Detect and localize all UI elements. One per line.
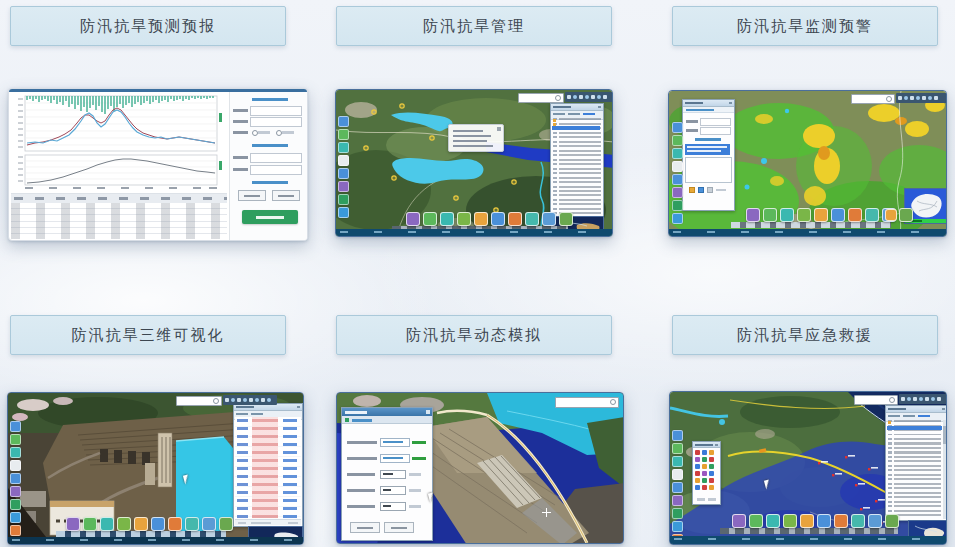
tool-icon[interactable] bbox=[672, 161, 683, 172]
function-icon[interactable] bbox=[423, 212, 437, 226]
tool-icon[interactable] bbox=[672, 482, 683, 493]
tool-icon[interactable] bbox=[672, 122, 683, 133]
function-icon[interactable] bbox=[766, 514, 780, 528]
tool-icon[interactable] bbox=[672, 469, 683, 480]
tool-icon[interactable] bbox=[338, 142, 349, 153]
section-title-3d[interactable]: 防汛抗旱三维可视化 bbox=[10, 315, 286, 355]
function-icon[interactable] bbox=[457, 212, 471, 226]
tool-icon[interactable] bbox=[10, 434, 21, 445]
rescue-screenshot[interactable] bbox=[669, 391, 947, 545]
tool-icon[interactable] bbox=[672, 521, 683, 532]
legend-button[interactable] bbox=[689, 187, 695, 193]
symbol-icon[interactable] bbox=[709, 485, 714, 490]
tool-icon[interactable] bbox=[672, 187, 683, 198]
function-icon[interactable] bbox=[763, 208, 777, 222]
tool-icon[interactable] bbox=[10, 473, 21, 484]
extra-function-icon[interactable] bbox=[885, 209, 897, 221]
tool-icon[interactable] bbox=[672, 430, 683, 441]
legend-button[interactable] bbox=[698, 187, 704, 193]
breach-width-input[interactable] bbox=[380, 470, 406, 479]
run-forecast-button[interactable] bbox=[242, 210, 298, 224]
function-icon[interactable] bbox=[831, 208, 845, 222]
tool-icon[interactable] bbox=[338, 207, 349, 218]
function-icon[interactable] bbox=[202, 517, 216, 531]
panel-titlebar[interactable] bbox=[886, 406, 947, 413]
palette-titlebar[interactable] bbox=[693, 442, 720, 448]
tool-icon[interactable] bbox=[10, 512, 21, 523]
function-icon[interactable] bbox=[185, 517, 199, 531]
layer-tree[interactable] bbox=[886, 419, 943, 520]
duration-input[interactable] bbox=[380, 502, 406, 511]
visualization-screenshot[interactable] bbox=[7, 392, 304, 545]
tool-icon[interactable] bbox=[672, 508, 683, 519]
symbol-icon[interactable] bbox=[709, 464, 714, 469]
breach-flow-input[interactable] bbox=[380, 486, 406, 495]
map-search-input[interactable] bbox=[518, 93, 564, 103]
tool-icon[interactable] bbox=[672, 135, 683, 146]
toolbar-icon[interactable] bbox=[913, 397, 917, 401]
function-icon[interactable] bbox=[406, 212, 420, 226]
toolbar-icon[interactable] bbox=[231, 398, 235, 402]
section-title-simulation[interactable]: 防汛抗旱动态模拟 bbox=[336, 315, 612, 355]
query-link[interactable] bbox=[695, 138, 721, 141]
section-title-management[interactable]: 防汛抗旱管理 bbox=[336, 6, 612, 46]
toolbar-icon[interactable] bbox=[916, 96, 920, 100]
function-icon[interactable] bbox=[83, 517, 97, 531]
done-link[interactable] bbox=[412, 457, 426, 460]
tree-scrollbar[interactable] bbox=[943, 420, 946, 519]
toolbar-icon[interactable] bbox=[261, 398, 265, 402]
symbol-icon[interactable] bbox=[709, 471, 714, 476]
tool-icon[interactable] bbox=[338, 194, 349, 205]
function-icon[interactable] bbox=[865, 208, 879, 222]
tool-icon[interactable] bbox=[672, 200, 683, 211]
toolbar-icon[interactable] bbox=[237, 398, 241, 402]
panel-titlebar[interactable] bbox=[234, 404, 302, 411]
function-icon[interactable] bbox=[797, 208, 811, 222]
section-title-rescue[interactable]: 防汛抗旱应急救援 bbox=[672, 315, 938, 355]
tool-icon[interactable] bbox=[338, 181, 349, 192]
tool-icon[interactable] bbox=[672, 213, 683, 224]
function-icon[interactable] bbox=[151, 517, 165, 531]
toolbar-icon[interactable] bbox=[901, 397, 905, 401]
end-time-input[interactable] bbox=[250, 165, 302, 175]
toolbar-icon[interactable] bbox=[267, 398, 271, 402]
function-icon[interactable] bbox=[542, 212, 556, 226]
table-body-rows[interactable] bbox=[11, 203, 227, 239]
toolbar-icon[interactable] bbox=[573, 95, 577, 99]
symbol-icon[interactable] bbox=[702, 450, 707, 455]
function-icon[interactable] bbox=[817, 514, 831, 528]
end-date-input[interactable] bbox=[700, 127, 731, 135]
symbol-icon[interactable] bbox=[695, 457, 700, 462]
function-icon[interactable] bbox=[848, 208, 862, 222]
toolbar-icon[interactable] bbox=[934, 96, 938, 100]
symbol-icon[interactable] bbox=[695, 464, 700, 469]
symbol-icon[interactable] bbox=[702, 471, 707, 476]
tool-icon[interactable] bbox=[672, 443, 683, 454]
toolbar-icon[interactable] bbox=[937, 397, 941, 401]
breach-location-field[interactable] bbox=[380, 438, 410, 447]
toolbar-icon[interactable] bbox=[898, 96, 902, 100]
map-search-input[interactable] bbox=[176, 396, 222, 406]
toolbar-icon[interactable] bbox=[597, 95, 601, 99]
section-title-forecast[interactable]: 防汛抗旱预测预报 bbox=[10, 6, 286, 46]
function-icon[interactable] bbox=[834, 514, 848, 528]
symbol-icon[interactable] bbox=[695, 478, 700, 483]
dialog-tab-strip[interactable] bbox=[342, 416, 432, 424]
function-icon[interactable] bbox=[219, 517, 233, 531]
dialog-close-icon[interactable] bbox=[426, 410, 430, 414]
function-icon[interactable] bbox=[868, 514, 882, 528]
function-icon[interactable] bbox=[559, 212, 573, 226]
function-icon[interactable] bbox=[168, 517, 182, 531]
tool-icon[interactable] bbox=[672, 456, 683, 467]
tool-icon[interactable] bbox=[10, 525, 21, 536]
tooltip-close-icon[interactable] bbox=[497, 127, 501, 131]
monitoring-screenshot[interactable] bbox=[668, 90, 947, 237]
function-icon[interactable] bbox=[783, 514, 797, 528]
tool-icon[interactable] bbox=[338, 155, 349, 166]
function-icon[interactable] bbox=[800, 514, 814, 528]
toolbar-icon[interactable] bbox=[579, 95, 583, 99]
function-icon[interactable] bbox=[814, 208, 828, 222]
toolbar-icon[interactable] bbox=[910, 96, 914, 100]
symbol-icon[interactable] bbox=[702, 464, 707, 469]
symbol-icon[interactable] bbox=[702, 478, 707, 483]
